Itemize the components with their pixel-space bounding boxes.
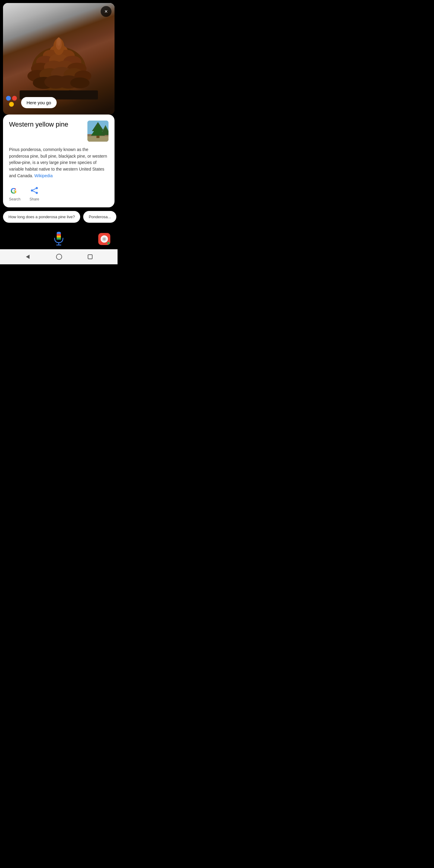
- google-search-icon: G G: [9, 185, 20, 196]
- share-svg: [30, 186, 38, 195]
- dot-yellow: [9, 102, 14, 107]
- svg-line-43: [33, 189, 36, 190]
- svg-point-41: [31, 190, 33, 192]
- result-actions: G G Search: [9, 185, 108, 201]
- svg-rect-61: [88, 255, 92, 259]
- dot-blue: [6, 96, 11, 101]
- search-action[interactable]: G G Search: [9, 185, 21, 201]
- close-icon: ×: [104, 9, 108, 14]
- svg-rect-48: [57, 236, 61, 238]
- svg-point-23: [57, 37, 61, 46]
- share-icon: [29, 185, 40, 196]
- svg-point-58: [107, 242, 110, 244]
- svg-rect-37: [15, 186, 20, 190]
- wikipedia-link[interactable]: Wikipedia: [34, 173, 53, 178]
- result-title: Western yellow pine: [9, 121, 87, 128]
- result-card: Western yellow pine: [3, 115, 115, 207]
- result-thumbnail: [87, 121, 108, 142]
- nav-bar: [0, 249, 118, 264]
- svg-rect-38: [10, 190, 15, 195]
- lens-button[interactable]: [97, 232, 112, 246]
- svg-rect-39: [15, 190, 20, 195]
- thumbnail-svg: [87, 121, 108, 142]
- result-header: Western yellow pine: [9, 121, 108, 142]
- suggestions-area: How long does a ponderosa pine live? Pon…: [0, 207, 118, 226]
- svg-marker-59: [26, 255, 30, 259]
- close-button[interactable]: ×: [101, 6, 112, 17]
- google-g-svg: G G: [10, 186, 20, 195]
- camera-container: × Here you go: [3, 3, 115, 115]
- svg-point-57: [103, 238, 105, 240]
- share-action[interactable]: Share: [29, 185, 40, 201]
- svg-rect-31: [96, 135, 99, 138]
- result-description: Pinus ponderosa, commonly known as the p…: [9, 147, 108, 179]
- mic-svg: [53, 231, 65, 247]
- assistant-bubble: Here you go: [6, 96, 57, 109]
- home-icon: [56, 253, 62, 260]
- dot-red: [12, 96, 17, 101]
- svg-rect-50: [57, 239, 61, 240]
- svg-rect-36: [10, 186, 15, 190]
- bottom-area: [0, 226, 118, 249]
- suggestion-chip-2[interactable]: Ponderosa...: [83, 211, 116, 223]
- share-label: Share: [30, 197, 39, 201]
- svg-point-42: [36, 192, 38, 194]
- svg-point-60: [56, 254, 62, 259]
- bottom-controls: [0, 231, 118, 247]
- recents-icon: [87, 254, 93, 259]
- svg-point-40: [36, 187, 38, 189]
- microphone-button[interactable]: [51, 231, 67, 247]
- svg-line-44: [33, 191, 36, 193]
- back-icon: [25, 254, 31, 260]
- google-assistant-dots: [6, 96, 19, 109]
- screen: × Here you go Western yellow pine: [0, 0, 118, 264]
- pine-cone-svg: [20, 27, 98, 99]
- svg-point-20: [70, 78, 90, 88]
- svg-rect-46: [57, 232, 61, 234]
- back-button[interactable]: [25, 254, 31, 260]
- assistant-message: Here you go: [21, 97, 57, 108]
- lens-svg: [98, 232, 111, 246]
- home-button[interactable]: [56, 253, 62, 260]
- svg-rect-47: [57, 234, 61, 236]
- recents-button[interactable]: [87, 254, 93, 259]
- search-label: Search: [9, 197, 21, 201]
- suggestion-chip-1[interactable]: How long does a ponderosa pine live?: [3, 211, 80, 223]
